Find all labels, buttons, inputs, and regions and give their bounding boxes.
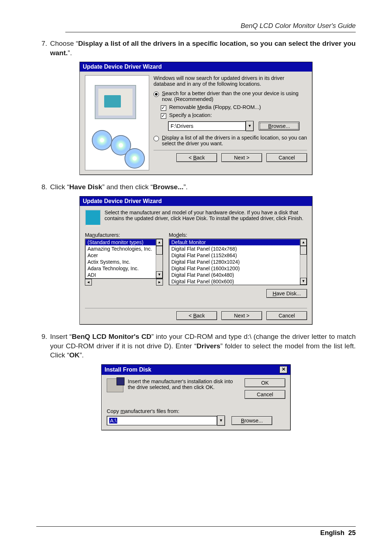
checkbox-label: Specify a location: [169, 112, 212, 118]
check-removable-media[interactable]: Removable Media (Floppy, CD-ROM...) [161, 104, 307, 111]
checkbox-icon [161, 105, 166, 111]
dialog-update-driver-search: Update Device Driver Wizard Windows will… [79, 62, 313, 175]
check-specify-location[interactable]: Specify a location: [161, 112, 307, 119]
next-button[interactable]: Next > [221, 311, 262, 320]
text: ” and then click “ [102, 183, 153, 191]
scrollbar-vertical[interactable]: ▲ ▼ [300, 239, 307, 285]
list-item[interactable]: Digital Flat Panel (1024x768) [169, 246, 307, 252]
manufacturers-label: Manufacturers: [85, 232, 163, 238]
dropdown-arrow-icon[interactable]: ▼ [246, 121, 254, 131]
text-bold: Have Disk [69, 183, 102, 191]
radio-icon [154, 136, 159, 141]
list-item[interactable]: Default Monitor [169, 239, 307, 246]
checkbox-icon [161, 113, 166, 119]
cancel-button[interactable]: Cancel [245, 390, 285, 399]
list-item[interactable]: ADI [85, 272, 163, 278]
wizard-art [85, 75, 149, 170]
list-item[interactable]: Actix Systems, Inc. [85, 259, 163, 265]
back-button[interactable]: < Back [176, 153, 217, 162]
dialog-titlebar: Update Device Driver Wizard [80, 197, 312, 206]
list-item[interactable]: Digital Flat Panel (640x480) [169, 272, 307, 278]
text-bold: Display a list of all the drivers in a s… [50, 40, 356, 57]
step-number: 9. [36, 332, 47, 360]
step-9: 9. Insert “BenQ LCD Monitor's CD” into y… [36, 332, 356, 360]
cancel-button[interactable]: Cancel [266, 311, 307, 320]
running-head: BenQ LCD Color Monitor User's Guide [65, 22, 356, 32]
browse-button[interactable]: Browse... [259, 122, 299, 130]
dialog-titlebar: Install From Disk ✕ [102, 365, 290, 375]
list-item[interactable]: (Standard monitor types) [85, 239, 163, 246]
text-bold: Drivers [197, 342, 221, 350]
scroll-down-icon[interactable]: ▼ [300, 278, 307, 285]
scroll-down-icon[interactable]: ▼ [156, 271, 163, 278]
radio-label: Search for a better driver than the one … [162, 90, 307, 102]
back-button[interactable]: < Back [176, 311, 217, 320]
text: ”. [68, 49, 72, 57]
disk-drive-icon [107, 378, 123, 392]
page: BenQ LCD Color Monitor User's Guide 7. C… [0, 0, 392, 555]
copy-from-path-input[interactable]: A:\ [107, 416, 217, 425]
step-8: 8. Click “Have Disk” and then click “Bro… [36, 182, 356, 192]
step-text: Click “Have Disk” and then click “Browse… [50, 182, 356, 192]
dialog-update-driver-list: Update Device Driver Wizard Select the m… [79, 196, 313, 325]
step-7: 7. Choose “Display a list of all the dri… [36, 39, 356, 57]
ok-button[interactable]: OK [245, 378, 285, 387]
cancel-button[interactable]: Cancel [266, 153, 307, 162]
text-bold: OK [69, 351, 80, 359]
text: Click “ [50, 183, 69, 191]
text: ”. [184, 183, 188, 191]
step-number: 8. [36, 182, 47, 192]
scroll-up-icon[interactable]: ▲ [300, 239, 307, 246]
step-number: 7. [36, 39, 47, 57]
dialog-titlebar: Update Device Driver Wizard [80, 62, 312, 72]
have-disk-button[interactable]: Have Disk... [266, 289, 307, 298]
dialog-title: Update Device Driver Wizard [83, 64, 162, 70]
models-listbox[interactable]: Default MonitorDigital Flat Panel (1024x… [169, 239, 307, 285]
radio-search-better[interactable]: Search for a better driver than the one … [154, 90, 307, 102]
manufacturers-listbox[interactable]: (Standard monitor types)Aamazing Technol… [85, 239, 163, 279]
list-item[interactable]: Acer [85, 252, 163, 259]
list-item[interactable]: Digital Flat Panel (1600x1200) [169, 265, 307, 272]
step-text: Choose “Display a list of all the driver… [50, 39, 356, 57]
close-icon[interactable]: ✕ [279, 366, 287, 373]
list-item[interactable]: Adara Technology, Inc. [85, 265, 163, 272]
text-bold: BenQ LCD Monitor's CD [72, 333, 151, 340]
dialog-title: Install From Disk [105, 366, 151, 373]
dropdown-arrow-icon[interactable]: ▼ [217, 416, 225, 426]
scroll-left-icon[interactable]: ◄ [85, 279, 92, 285]
dialog-intro: Windows will now search for updated driv… [154, 75, 307, 87]
copy-from-label: Copy manufacturer's files from: [107, 408, 285, 414]
footer-page-number: 25 [348, 529, 356, 536]
text: ”. [79, 351, 84, 359]
list-item[interactable]: Digital Flat Panel (800x600) [169, 278, 307, 285]
next-button[interactable]: Next > [221, 153, 262, 162]
radio-label: Display a list of all the drivers in a s… [162, 135, 307, 146]
dialog-install-from-disk: Install From Disk ✕ Insert the manufactu… [101, 364, 291, 430]
text-bold: Browse... [153, 183, 183, 191]
text: Insert “ [50, 333, 72, 340]
radio-display-list[interactable]: Display a list of all the drivers in a s… [154, 135, 307, 146]
radio-icon [154, 92, 159, 97]
scrollbar-vertical[interactable]: ▲ ▼ [156, 239, 163, 278]
browse-button[interactable]: Browse... [232, 416, 272, 425]
scroll-thumb[interactable] [156, 246, 163, 255]
list-item[interactable]: Aamazing Technologies, Inc. [85, 246, 163, 252]
scroll-right-icon[interactable]: ► [156, 279, 163, 285]
checkbox-label: Removable Media (Floppy, CD-ROM...) [169, 104, 261, 110]
monitor-icon [85, 210, 101, 226]
scroll-up-icon[interactable]: ▲ [156, 239, 163, 246]
text: Choose “ [50, 40, 78, 47]
dialog-intro: Select the manufacturer and model of you… [105, 210, 307, 226]
dialog-title: Update Device Driver Wizard [83, 198, 162, 204]
page-footer: English 25 [36, 526, 356, 537]
models-label: Models: [169, 232, 307, 238]
scroll-thumb[interactable] [300, 246, 307, 255]
scrollbar-horizontal[interactable]: ◄ ► [85, 279, 163, 285]
footer-label: English [320, 529, 344, 536]
list-item[interactable]: Digital Flat Panel (1280x1024) [169, 259, 307, 265]
step-text: Insert “BenQ LCD Monitor's CD” into your… [50, 332, 356, 360]
location-path-input[interactable]: F:\Drivers [168, 121, 246, 131]
list-item[interactable]: Digital Flat Panel (1152x864) [169, 252, 307, 259]
dialog-message: Insert the manufacturer's installation d… [128, 378, 240, 399]
